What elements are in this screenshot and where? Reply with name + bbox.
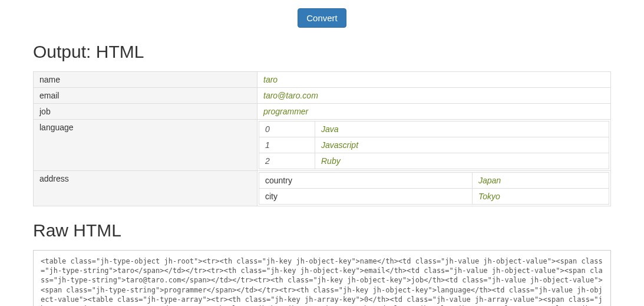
key-country: country [259, 173, 473, 189]
table-row: country Japan [259, 173, 609, 189]
address-object-table: country Japan city Tokyo [259, 172, 609, 205]
value-city: Tokyo [478, 192, 500, 201]
raw-html-heading: Raw HTML [33, 221, 611, 241]
key-job: job [34, 104, 257, 120]
table-row: address country Japan city Tokyo [34, 171, 611, 206]
value-name: taro [263, 75, 278, 84]
key-address: address [34, 171, 257, 206]
table-row: language 0 Java 1 Javascript 2 Ruby [34, 120, 611, 171]
output-heading: Output: HTML [33, 42, 611, 62]
output-table: name taro email taro@taro.com job progra… [33, 71, 611, 206]
array-value: Java [321, 124, 339, 134]
array-value: Ruby [321, 156, 341, 166]
table-row: job programmer [34, 104, 611, 120]
array-index: 2 [259, 153, 315, 169]
key-name: name [34, 72, 257, 88]
table-row: name taro [34, 72, 611, 88]
table-row: 0 Java [259, 121, 609, 137]
raw-html-output[interactable]: <table class="jh-type-object jh-root"><t… [33, 250, 611, 306]
key-city: city [259, 189, 473, 205]
key-email: email [34, 88, 257, 104]
table-row: 1 Javascript [259, 137, 609, 153]
array-value: Javascript [321, 140, 358, 150]
value-country: Japan [478, 176, 501, 185]
value-job: programmer [263, 107, 308, 116]
array-index: 1 [259, 137, 315, 153]
table-row: email taro@taro.com [34, 88, 611, 104]
language-array-table: 0 Java 1 Javascript 2 Ruby [259, 121, 609, 169]
array-index: 0 [259, 121, 315, 137]
key-language: language [34, 120, 257, 171]
table-row: 2 Ruby [259, 153, 609, 169]
convert-button[interactable]: Convert [298, 8, 346, 28]
value-email: taro@taro.com [263, 91, 318, 100]
table-row: city Tokyo [259, 189, 609, 205]
